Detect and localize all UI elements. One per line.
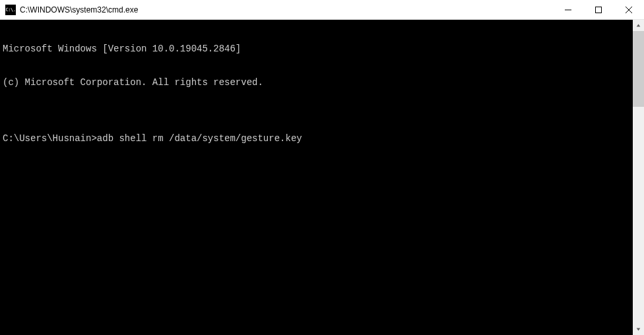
close-icon bbox=[626, 7, 632, 13]
cmd-window: C:\. C:\WINDOWS\system32\cmd.exe Microso… bbox=[0, 0, 644, 335]
minimize-button[interactable] bbox=[553, 0, 583, 19]
maximize-button[interactable] bbox=[583, 0, 614, 19]
terminal-prompt-line: C:\Users\Husnain>adb shell rm /data/syst… bbox=[3, 133, 630, 144]
svg-marker-5 bbox=[637, 328, 641, 330]
cmd-icon: C:\. bbox=[5, 5, 16, 15]
terminal-line: Microsoft Windows [Version 10.0.19045.28… bbox=[3, 44, 630, 55]
minimize-icon bbox=[565, 7, 571, 13]
terminal-command: adb shell rm /data/system/gesture.key bbox=[97, 133, 302, 144]
window-title: C:\WINDOWS\system32\cmd.exe bbox=[20, 5, 553, 15]
terminal[interactable]: Microsoft Windows [Version 10.0.19045.28… bbox=[0, 20, 633, 335]
scrollbar-thumb[interactable] bbox=[633, 31, 644, 107]
terminal-line: (c) Microsoft Corporation. All rights re… bbox=[3, 77, 630, 88]
terminal-prompt: C:\Users\Husnain> bbox=[3, 133, 97, 144]
scroll-down-button[interactable] bbox=[633, 324, 644, 335]
scrollbar-track[interactable] bbox=[633, 31, 644, 324]
chevron-up-icon bbox=[636, 23, 641, 28]
close-button[interactable] bbox=[614, 0, 644, 19]
chevron-down-icon bbox=[636, 327, 641, 332]
vertical-scrollbar[interactable] bbox=[633, 20, 644, 335]
scroll-up-button[interactable] bbox=[633, 20, 644, 31]
maximize-icon bbox=[595, 7, 602, 13]
window-controls bbox=[553, 0, 644, 19]
svg-rect-1 bbox=[596, 7, 602, 13]
svg-marker-4 bbox=[637, 24, 641, 26]
titlebar[interactable]: C:\. C:\WINDOWS\system32\cmd.exe bbox=[0, 0, 644, 20]
content-area: Microsoft Windows [Version 10.0.19045.28… bbox=[0, 20, 644, 335]
